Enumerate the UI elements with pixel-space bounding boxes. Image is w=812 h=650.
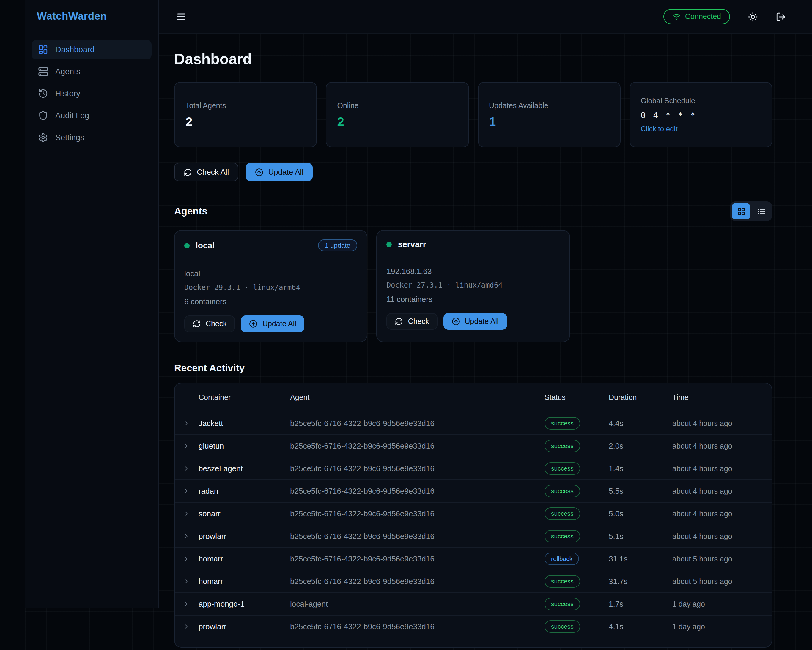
table-row[interactable]: beszel-agent b25ce5fc-6716-4322-b9c6-9d5… bbox=[175, 457, 772, 480]
chevron-right-icon[interactable] bbox=[183, 533, 189, 539]
agent-id: b25ce5fc-6716-4322-b9c6-9d56e9e33d16 bbox=[290, 622, 545, 631]
sidebar-item-settings[interactable]: Settings bbox=[32, 128, 151, 147]
refresh-icon bbox=[192, 320, 201, 328]
sidebar-item-audit-log[interactable]: Audit Log bbox=[32, 106, 151, 125]
history-icon bbox=[38, 88, 48, 99]
chevron-right-icon[interactable] bbox=[183, 465, 189, 472]
table-row[interactable]: app-mongo-1 local-agent success 1.7s 1 d… bbox=[175, 592, 772, 615]
list-view-icon bbox=[757, 207, 765, 215]
menu-icon[interactable] bbox=[176, 11, 187, 22]
server-icon bbox=[38, 67, 48, 77]
chevron-right-icon[interactable] bbox=[183, 578, 189, 585]
agent-check-button[interactable]: Check bbox=[387, 313, 438, 330]
chevron-right-icon[interactable] bbox=[183, 443, 189, 449]
online-status-dot bbox=[387, 242, 392, 247]
table-row[interactable]: Jackett b25ce5fc-6716-4322-b9c6-9d56e9e3… bbox=[175, 412, 772, 434]
agent-id: b25ce5fc-6716-4322-b9c6-9d56e9e33d16 bbox=[290, 577, 545, 586]
column-header-agent: Agent bbox=[290, 393, 545, 402]
agent-check-button[interactable]: Check bbox=[184, 315, 235, 332]
chevron-right-icon[interactable] bbox=[183, 510, 189, 517]
run-time: about 4 hours ago bbox=[672, 419, 763, 428]
agent-id: b25ce5fc-6716-4322-b9c6-9d56e9e33d16 bbox=[290, 554, 545, 563]
chevron-right-icon[interactable] bbox=[183, 556, 189, 562]
run-time: about 4 hours ago bbox=[672, 442, 763, 450]
container-name: sonarr bbox=[198, 509, 290, 518]
status-badge: success bbox=[545, 462, 580, 475]
container-name: gluetun bbox=[198, 441, 290, 451]
check-all-button[interactable]: Check All bbox=[174, 163, 238, 181]
chevron-right-icon[interactable] bbox=[183, 488, 189, 494]
app-logo: WatchWarden bbox=[25, 0, 158, 32]
run-duration: 5.1s bbox=[609, 532, 672, 541]
agents-section-header: Agents bbox=[174, 201, 772, 221]
container-name: prowlarr bbox=[198, 622, 290, 631]
left-edge-strip bbox=[0, 0, 25, 650]
wifi-icon bbox=[672, 12, 680, 21]
global-actions: Check All Update All bbox=[174, 163, 772, 181]
table-row[interactable]: homarr b25ce5fc-6716-4322-b9c6-9d56e9e33… bbox=[175, 570, 772, 592]
chevron-right-icon[interactable] bbox=[183, 601, 189, 607]
agent-id: b25ce5fc-6716-4322-b9c6-9d56e9e33d16 bbox=[290, 509, 545, 518]
refresh-icon bbox=[184, 168, 192, 176]
sidebar-item-history[interactable]: History bbox=[32, 84, 151, 104]
agent-host: 192.168.1.63 bbox=[387, 267, 560, 276]
agent-name: local bbox=[195, 241, 215, 250]
table-row[interactable]: sonarr b25ce5fc-6716-4322-b9c6-9d56e9e33… bbox=[175, 502, 772, 525]
main-column: Connected Dashboard Total Agents 2 Onlin… bbox=[159, 0, 812, 650]
table-row[interactable]: prowlarr b25ce5fc-6716-4322-b9c6-9d56e9e… bbox=[175, 525, 772, 547]
run-duration: 1.7s bbox=[609, 600, 672, 608]
recent-activity-table: Container Agent Status Duration Time Jac… bbox=[174, 383, 772, 648]
table-header: Container Agent Status Duration Time bbox=[175, 383, 772, 412]
update-all-label: Update All bbox=[268, 167, 304, 177]
run-time: 1 day ago bbox=[672, 600, 763, 608]
sidebar-item-agents[interactable]: Agents bbox=[32, 62, 151, 81]
topbar: Connected bbox=[159, 0, 812, 34]
sun-icon[interactable] bbox=[748, 12, 758, 22]
logout-icon[interactable] bbox=[776, 12, 786, 22]
topbar-actions: Connected bbox=[663, 9, 786, 24]
run-duration: 5.0s bbox=[609, 509, 672, 518]
sidebar-item-dashboard[interactable]: Dashboard bbox=[32, 40, 151, 59]
edit-schedule-link[interactable]: Click to edit bbox=[641, 125, 761, 133]
refresh-icon bbox=[395, 317, 403, 326]
agent-update-all-label: Update All bbox=[465, 317, 499, 326]
status-badge: success bbox=[545, 417, 580, 429]
agent-update-all-button[interactable]: Update All bbox=[443, 313, 507, 330]
agent-card-servarr[interactable]: servarr 192.168.1.63 Docker 27.3.1 · lin… bbox=[377, 230, 570, 342]
status-badge: success bbox=[545, 575, 580, 588]
table-row[interactable]: gluetun b25ce5fc-6716-4322-b9c6-9d56e9e3… bbox=[175, 434, 772, 457]
chevron-right-icon[interactable] bbox=[183, 623, 189, 630]
table-row[interactable]: prowlarr b25ce5fc-6716-4322-b9c6-9d56e9e… bbox=[175, 615, 772, 638]
status-badge: rollback bbox=[545, 552, 579, 565]
sidebar-item-label: Settings bbox=[55, 133, 84, 142]
table-row[interactable]: radarr b25ce5fc-6716-4322-b9c6-9d56e9e33… bbox=[175, 480, 772, 502]
stat-card-online: Online 2 bbox=[326, 82, 469, 147]
agent-card-local[interactable]: local 1 update local Docker 29.3.1 · lin… bbox=[174, 230, 368, 342]
sidebar-item-label: History bbox=[55, 89, 80, 98]
container-name: app-mongo-1 bbox=[198, 600, 290, 608]
gear-icon bbox=[38, 132, 48, 143]
chevron-right-icon[interactable] bbox=[183, 420, 189, 426]
grid-view-button[interactable] bbox=[732, 203, 750, 219]
agent-id: b25ce5fc-6716-4322-b9c6-9d56e9e33d16 bbox=[290, 532, 545, 541]
update-all-button[interactable]: Update All bbox=[246, 163, 313, 181]
agents-section-title: Agents bbox=[174, 206, 208, 217]
agent-id: b25ce5fc-6716-4322-b9c6-9d56e9e33d16 bbox=[290, 464, 545, 473]
connection-status-badge: Connected bbox=[663, 9, 730, 24]
stat-card-global-schedule: Global Schedule 0 4 * * * Click to edit bbox=[629, 82, 772, 147]
stat-label: Total Agents bbox=[185, 102, 306, 110]
table-row[interactable]: homarr b25ce5fc-6716-4322-b9c6-9d56e9e33… bbox=[175, 547, 772, 570]
sidebar: WatchWarden Dashboard Agents History Aud… bbox=[25, 0, 159, 608]
stat-value: 1 bbox=[489, 115, 609, 128]
status-badge: success bbox=[545, 439, 580, 452]
agent-update-all-button[interactable]: Update All bbox=[241, 315, 305, 332]
cron-expression: 0 4 * * * bbox=[641, 110, 761, 120]
list-view-button[interactable] bbox=[752, 203, 771, 219]
agent-id: local-agent bbox=[290, 600, 545, 608]
run-time: about 4 hours ago bbox=[672, 487, 763, 495]
table-body: Jackett b25ce5fc-6716-4322-b9c6-9d56e9e3… bbox=[175, 412, 772, 638]
agent-check-label: Check bbox=[408, 317, 429, 326]
sidebar-nav: Dashboard Agents History Audit Log Setti… bbox=[25, 32, 158, 147]
run-time: 1 day ago bbox=[672, 623, 763, 631]
status-badge: success bbox=[545, 507, 580, 520]
